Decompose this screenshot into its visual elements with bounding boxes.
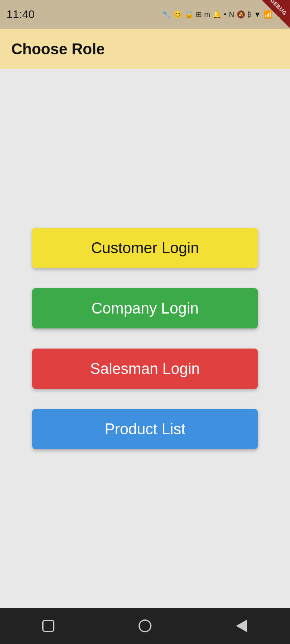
face-icon: 😊 xyxy=(173,10,182,19)
m-icon: m xyxy=(204,10,210,19)
bluetooth-icon: ₿ xyxy=(248,10,251,19)
dot-icon: • xyxy=(224,10,226,19)
app-bar: Choose Role xyxy=(0,29,290,69)
lock-icon: 🔒 xyxy=(184,10,193,19)
status-bar: 11:40 🔧 😊 🔒 ⊞ m 🔔 • N 🔕 ₿ ▼ 📶 🔋 DEBUG xyxy=(0,0,290,29)
wifi-icon: ▼ xyxy=(254,10,261,19)
debug-label: DEBUG xyxy=(269,0,288,17)
nav-square-button[interactable] xyxy=(36,614,60,638)
product-list-button[interactable]: Product List xyxy=(32,409,258,449)
page-title: Choose Role xyxy=(11,41,105,58)
grid-icon: ⊞ xyxy=(196,10,202,19)
nav-home-button[interactable] xyxy=(133,614,157,638)
bell-icon: 🔔 xyxy=(213,10,222,19)
n-icon: N xyxy=(229,10,234,19)
customer-login-button[interactable]: Customer Login xyxy=(32,228,258,268)
back-icon xyxy=(236,619,247,632)
nav-back-button[interactable] xyxy=(230,614,254,638)
status-time: 11:40 xyxy=(6,8,35,21)
tools-icon: 🔧 xyxy=(162,10,171,19)
company-login-button[interactable]: Company Login xyxy=(32,288,258,328)
salesman-login-button[interactable]: Salesman Login xyxy=(32,349,258,389)
square-icon xyxy=(42,620,54,632)
circle-icon xyxy=(139,619,151,632)
nav-bar xyxy=(0,608,290,644)
main-content: Customer Login Company Login Salesman Lo… xyxy=(0,69,290,608)
muted-icon: 🔕 xyxy=(236,10,245,19)
debug-badge: DEBUG xyxy=(262,0,290,28)
